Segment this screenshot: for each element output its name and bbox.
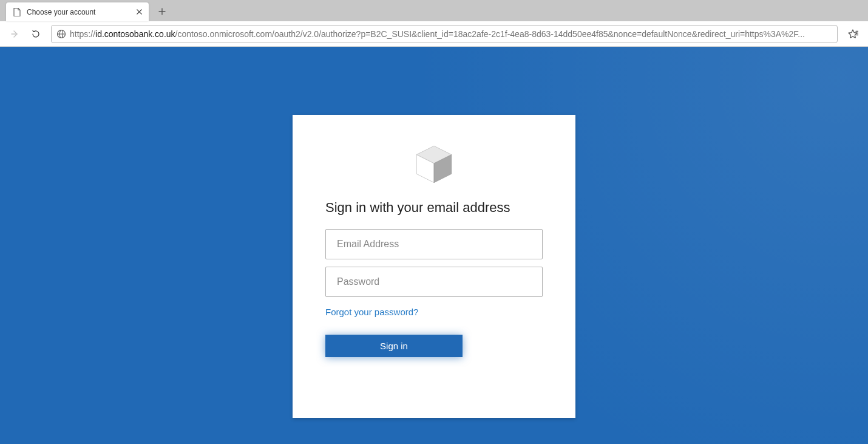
url-text: https://id.contosobank.co.uk/contoso.onm… — [70, 29, 832, 39]
forgot-password-link[interactable]: Forgot your password? — [325, 307, 418, 317]
globe-icon — [56, 29, 66, 39]
url-host: id.contosobank.co.uk — [95, 29, 175, 39]
signin-button[interactable]: Sign in — [325, 335, 463, 357]
refresh-button[interactable] — [27, 25, 45, 43]
tab-strip: Choose your account — [0, 0, 868, 21]
email-field[interactable] — [325, 229, 543, 259]
close-tab-icon[interactable] — [134, 7, 144, 17]
favorites-button[interactable] — [844, 25, 862, 43]
forward-button[interactable] — [6, 25, 24, 43]
page-icon — [12, 7, 22, 17]
url-protocol: https:// — [70, 29, 95, 39]
signin-card: Sign in with your email address Forgot y… — [293, 115, 575, 418]
url-path: /contoso.onmicrosoft.com/oauth2/v2.0/aut… — [175, 29, 805, 39]
password-field[interactable] — [325, 267, 543, 297]
address-bar[interactable]: https://id.contosobank.co.uk/contoso.onm… — [51, 25, 838, 43]
browser-tab[interactable]: Choose your account — [6, 2, 149, 21]
signin-heading: Sign in with your email address — [325, 200, 543, 216]
page-content: Sign in with your email address Forgot y… — [0, 47, 868, 444]
tab-title: Choose your account — [27, 8, 129, 16]
new-tab-button[interactable] — [154, 3, 171, 20]
logo-cube-icon — [325, 142, 543, 185]
nav-bar: https://id.contosobank.co.uk/contoso.onm… — [0, 21, 868, 47]
